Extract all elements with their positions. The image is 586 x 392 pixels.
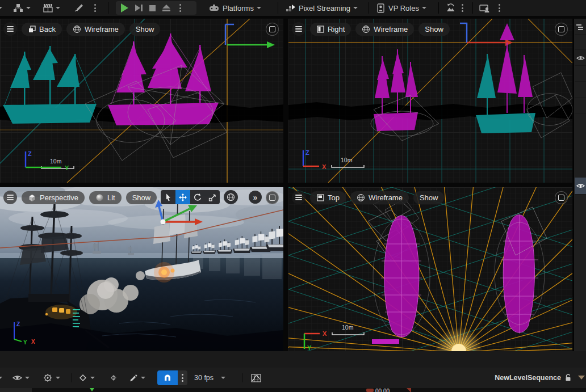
cinematics-dropdown-button[interactable]	[43, 1, 60, 15]
toolbar-separator	[242, 373, 242, 382]
panel-row[interactable]	[575, 83, 586, 98]
chevrons-more-icon: »	[253, 193, 258, 202]
viewport-perspective-header: Perspective Lit Show	[3, 191, 157, 204]
panel-row[interactable]	[575, 99, 586, 113]
eye-icon	[12, 374, 22, 381]
viewport-back-scene[interactable]: 10m Z Y	[0, 19, 283, 183]
play-options-icon[interactable]	[179, 4, 181, 12]
snap-toggle-button[interactable]	[157, 370, 178, 385]
scale-label: 10m	[50, 158, 62, 165]
snap-control	[157, 370, 187, 385]
curve-editor-button[interactable]	[251, 371, 261, 385]
show-label: Show	[132, 193, 151, 202]
maximize-icon	[269, 195, 275, 201]
toolbar-separator	[72, 373, 72, 382]
panel-row[interactable]	[575, 35, 586, 50]
visibility-toggle-selected[interactable]	[575, 178, 586, 195]
panel-row[interactable]	[575, 67, 586, 82]
media-capture-options-icon[interactable]	[499, 1, 500, 15]
move-tool-button[interactable]	[175, 190, 190, 204]
keyframe-options-button[interactable]	[78, 371, 95, 385]
cursor-select-icon	[164, 193, 173, 202]
view-label: Top	[328, 193, 340, 202]
maximize-viewport-button[interactable]	[266, 191, 279, 204]
maximize-viewport-button[interactable]	[555, 191, 568, 204]
view-options-button[interactable]	[12, 371, 30, 385]
auto-key-button[interactable]	[109, 371, 119, 385]
viewport-menu-button[interactable]	[3, 191, 17, 204]
pixel-streaming-button[interactable]: Pixel Streaming	[286, 1, 358, 15]
lock-open-icon[interactable]	[564, 373, 572, 382]
view-label: Back	[39, 25, 56, 33]
viewport-menu-button[interactable]	[3, 22, 17, 36]
render-mode-button[interactable]: Wireframe	[66, 23, 125, 36]
media-capture-button[interactable]	[479, 1, 491, 15]
platforms-button[interactable]: Platforms	[209, 1, 261, 15]
outliner-edge-panel	[574, 19, 586, 351]
snap-options-button[interactable]	[178, 370, 187, 385]
view-mode-button[interactable]: Back	[22, 23, 62, 36]
stop-button[interactable]	[149, 5, 156, 11]
more-tools-button[interactable]: »	[249, 191, 262, 204]
sequence-name[interactable]: NewLevelSequence	[495, 374, 561, 382]
editor-modes-options-icon[interactable]	[94, 1, 96, 15]
world-coordinate-button[interactable]	[224, 190, 238, 204]
toolbar-separator	[108, 2, 108, 14]
show-label: Show	[420, 193, 438, 202]
sequencer-panel: 30 fps NewLevelSequence 00.00	[0, 351, 586, 392]
vp-roles-label: VP Roles	[388, 4, 419, 12]
maximize-viewport-button[interactable]	[266, 23, 279, 36]
fps-dropdown-button[interactable]: 30 fps	[194, 371, 225, 385]
render-mode-button[interactable]: Wireframe	[355, 23, 414, 36]
visibility-toggle[interactable]	[575, 51, 586, 66]
curve-editor-icon	[251, 374, 261, 382]
outliner-tree-button[interactable]	[575, 20, 586, 35]
playback-options-button[interactable]	[43, 371, 60, 385]
vp-roles-button[interactable]: VP Roles	[376, 1, 426, 15]
edge-chevron-icon[interactable]	[0, 1, 2, 15]
person-badge-icon	[376, 3, 386, 13]
view-mode-button[interactable]: Top	[310, 191, 346, 204]
blueprints-dropdown-button[interactable]	[14, 1, 31, 15]
viewport-menu-button[interactable]	[292, 22, 305, 36]
viewport-right-scene[interactable]: 10m Z X	[288, 19, 572, 183]
show-button[interactable]: Show	[413, 191, 445, 204]
sequencer-timeline[interactable]: 00.00	[0, 388, 586, 392]
scale-label: 10m	[342, 324, 354, 331]
eject-button[interactable]	[162, 5, 170, 11]
view-mode-button[interactable]: Perspective	[22, 191, 85, 204]
mountain-cycle-icon	[445, 3, 457, 13]
edge-chevron-icon[interactable]	[0, 371, 2, 385]
world-globe-icon	[227, 193, 235, 201]
render-mode-button[interactable]: Lit	[89, 191, 122, 204]
dropdown-arrow-icon[interactable]	[578, 376, 585, 380]
select-tool-button[interactable]	[161, 190, 175, 204]
topview-magenta-bar	[372, 339, 399, 344]
play-button[interactable]	[121, 3, 128, 12]
render-mode-button[interactable]: Wireframe	[350, 191, 409, 204]
show-label: Show	[425, 25, 443, 33]
eye-icon	[576, 55, 585, 61]
maximize-viewport-button[interactable]	[555, 23, 568, 36]
show-button[interactable]: Show	[126, 191, 157, 204]
viewport-back: 10m Z Y Back Wireframe Show	[0, 19, 283, 183]
render-button[interactable]	[445, 1, 457, 15]
edit-options-button[interactable]	[129, 371, 145, 385]
viewport-perspective-scene[interactable]: Z Y X	[0, 187, 283, 351]
snap-magnet-icon	[163, 373, 172, 382]
rotate-tool-button[interactable]	[190, 190, 205, 204]
scale-tool-button[interactable]	[205, 190, 220, 204]
show-button[interactable]: Show	[418, 23, 450, 36]
move-tool-icon	[178, 193, 187, 202]
view-mode-button[interactable]: Right	[310, 23, 351, 36]
render-options-icon[interactable]	[462, 1, 463, 15]
editor-modes-button[interactable]	[74, 1, 84, 15]
skip-forward-button[interactable]	[135, 5, 143, 11]
viewport-menu-button[interactable]	[292, 191, 305, 204]
playhead-marker[interactable]	[90, 388, 94, 391]
scale-label: 10m	[341, 157, 353, 163]
show-button[interactable]: Show	[129, 23, 161, 36]
viewport-right-icon	[316, 25, 324, 33]
viewport-top-scene[interactable]: 10m X Y	[288, 187, 572, 351]
tv-person-icon	[479, 3, 491, 13]
